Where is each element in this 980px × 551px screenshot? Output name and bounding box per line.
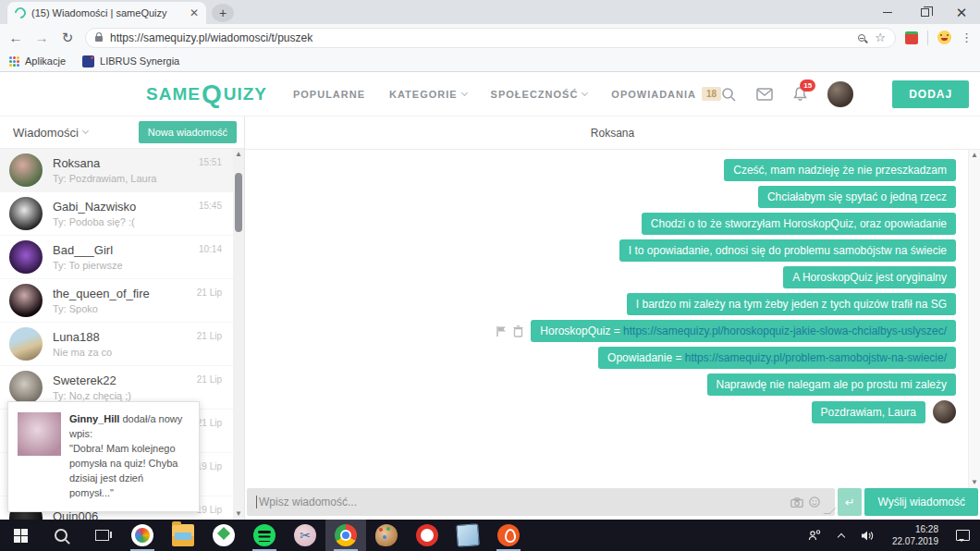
nav-opowiadania[interactable]: OPOWIADANIA18: [611, 87, 721, 101]
conversation-name: Gabi_Nazwisko: [53, 200, 220, 214]
start-button[interactable]: [0, 520, 41, 551]
message-bubble[interactable]: Pozdrawiam, Laura: [812, 401, 925, 423]
scroll-up-icon[interactable]: ▲: [971, 150, 978, 161]
conversation-preview: Ty: Spoko: [53, 303, 220, 314]
trash-icon[interactable]: [513, 325, 523, 337]
action-center-button[interactable]: [949, 520, 976, 551]
conversation-preview: Nie ma za co: [53, 347, 220, 358]
scrollbar-thumb[interactable]: [235, 173, 242, 232]
new-message-button[interactable]: Nowa wiadomość: [139, 121, 237, 143]
conversation-name: Bad___Girl: [53, 243, 220, 257]
message-bubble[interactable]: I to opowiadanie, odnosi się do problemu…: [619, 239, 956, 262]
taskbar-opera[interactable]: [407, 520, 447, 551]
conversation-badgirl[interactable]: Bad___GirlTy: To pierwsze 10:14: [0, 236, 244, 279]
notifications-bell-icon[interactable]: 15: [793, 86, 807, 102]
chat-title: Roksana: [591, 127, 634, 140]
message-input[interactable]: Wpisz wiadomość...: [247, 488, 835, 516]
bookmark-star-icon[interactable]: ☆: [875, 31, 886, 44]
conversation-gabi[interactable]: Gabi_NazwiskoTy: Podoba się? :( 15:45: [0, 192, 244, 236]
nav-popularne[interactable]: POPULARNE: [293, 89, 365, 100]
search-icon[interactable]: [721, 87, 736, 102]
minimize-button[interactable]: [869, 0, 906, 24]
maximize-button[interactable]: [906, 0, 943, 24]
taskbar-search-button[interactable]: [41, 520, 81, 551]
message-bubble[interactable]: I bardzo mi zależy na tym żeby jeden z t…: [627, 293, 956, 315]
scroll-up-icon[interactable]: ▲: [235, 149, 242, 160]
volume-button[interactable]: [854, 520, 881, 551]
scroll-down-icon[interactable]: ▼: [235, 508, 242, 520]
messages-envelope-icon[interactable]: [756, 88, 773, 101]
address-bar[interactable]: https://samequizy.pl/wiadomosci/t/puszek…: [85, 28, 896, 48]
enter-key-button[interactable]: ↵: [838, 488, 862, 516]
message-bubble[interactable]: Naprawdę nie nalegam ale po prostu mi za…: [707, 373, 956, 396]
conversation-name: Roksana: [53, 156, 220, 170]
message-bubble[interactable]: HoroskopQuiz = https://samequizy.pl/horo…: [531, 320, 956, 342]
samequizy-favicon: [13, 6, 29, 21]
message-link[interactable]: https://samequizy.pl/problem-samobojstw-…: [685, 351, 947, 364]
taskbar-photo-editor[interactable]: [285, 520, 325, 551]
zoom-out-icon[interactable]: [858, 34, 865, 42]
taskbar-spotify[interactable]: [244, 520, 285, 551]
message-bubble[interactable]: Opowiadanie = https://samequizy.pl/probl…: [598, 347, 956, 369]
refresh-icon[interactable]: ↻: [59, 30, 76, 46]
resize-handle-icon[interactable]: [824, 508, 837, 514]
message-row: Pozdrawiam, Laura: [812, 400, 956, 423]
popup-text: Ginny_Hill dodał/a nowy wpis:"Dobra! Mam…: [69, 412, 190, 501]
user-avatar[interactable]: [827, 81, 853, 107]
taskbar-file-explorer[interactable]: [163, 520, 203, 551]
forward-icon[interactable]: →: [33, 30, 50, 45]
new-tab-button[interactable]: +: [212, 4, 234, 22]
bookmark-apps[interactable]: Aplikacje: [9, 55, 66, 67]
bookmark-librus-label: LIBRUS Synergia: [100, 55, 179, 67]
sidebar-title[interactable]: Wiadomości: [13, 126, 88, 140]
emoji-extension-icon[interactable]: [937, 31, 951, 44]
bookmarks-bar: Aplikacje LIBRUS Synergia: [0, 51, 980, 72]
message-bubble[interactable]: Chciałabym się spytać o jedną rzecz: [758, 186, 956, 208]
emoji-icon[interactable]: [809, 496, 820, 508]
messages-sidebar: Wiadomości Nowa wiadomość RoksanaTy: Poz…: [0, 116, 245, 520]
conversation-luna188[interactable]: Luna188Nie ma za co 21 Lip: [0, 323, 244, 366]
conversation-queenoffire[interactable]: the_queen_of_fireTy: Spoko 21 Lip: [0, 279, 244, 323]
nav-kategorie[interactable]: KATEGORIE: [389, 89, 467, 100]
browser-tab[interactable]: (15) Wiadomości | sameQuizy ✕: [7, 2, 206, 24]
chat-scrollbar[interactable]: ▲ ▼: [968, 150, 980, 488]
message-link[interactable]: https://samequizy.pl/horoskopquiz-jakie-…: [623, 324, 947, 337]
back-icon[interactable]: ←: [7, 30, 24, 45]
flag-icon[interactable]: [496, 325, 507, 337]
extension-icon[interactable]: [905, 31, 918, 44]
url-text[interactable]: https://samequizy.pl/wiadomosci/t/puszek: [110, 31, 851, 44]
lock-icon: [95, 36, 103, 42]
send-message-button[interactable]: Wyślij wiadomość: [864, 488, 978, 516]
notification-popup[interactable]: Ginny_Hill dodał/a nowy wpis:"Dobra! Mam…: [7, 401, 200, 512]
sidebar-scrollbar[interactable]: ▲ ▼: [233, 149, 244, 520]
taskbar-origin[interactable]: [488, 520, 529, 551]
people-button[interactable]: [801, 520, 828, 551]
avatar: [9, 197, 43, 230]
message-bubble[interactable]: Cześć, mam nadzieję że nie przeszkadzam: [724, 159, 956, 181]
taskbar-sims-app[interactable]: [203, 520, 244, 551]
taskbar-paint3d[interactable]: [366, 520, 407, 551]
message-bubble[interactable]: Chodzi o to że stworzyłam HoroskopQuiz, …: [642, 213, 956, 235]
conversation-roksana[interactable]: RoksanaTy: Pozdrawiam, Laura 15:51: [0, 149, 244, 192]
logo-part3: uizy: [224, 84, 267, 104]
browser-menu-icon[interactable]: ⋮: [961, 31, 973, 44]
taskbar-chrome[interactable]: [325, 520, 366, 551]
taskbar-notes-app[interactable]: [447, 520, 488, 551]
close-button[interactable]: ✕: [943, 0, 980, 24]
message-bubble[interactable]: A HoroskopQuiz jest oryginalny: [783, 266, 956, 288]
bookmark-librus[interactable]: LIBRUS Synergia: [82, 55, 179, 67]
samequizy-logo[interactable]: sameQuizy: [146, 80, 267, 109]
scroll-down-icon[interactable]: ▼: [971, 477, 978, 488]
toolbar-divider: [927, 31, 928, 45]
add-quiz-button[interactable]: DODAJ: [892, 80, 969, 108]
avatar: [9, 284, 43, 317]
tab-close-icon[interactable]: ✕: [190, 6, 199, 19]
conversation-time: 21 Lip: [197, 418, 222, 428]
camera-icon[interactable]: [790, 497, 803, 508]
taskbar-photos-app[interactable]: [122, 520, 163, 551]
browser-tabstrip: (15) Wiadomości | sameQuizy ✕ + ✕: [0, 0, 980, 24]
taskbar-clock[interactable]: 16:28 22.07.2019: [885, 523, 946, 547]
task-view-button[interactable]: [81, 520, 122, 551]
nav-spolecznosc[interactable]: SPOŁECZNOŚĆ: [491, 89, 588, 100]
hidden-icons-button[interactable]: [832, 520, 851, 551]
